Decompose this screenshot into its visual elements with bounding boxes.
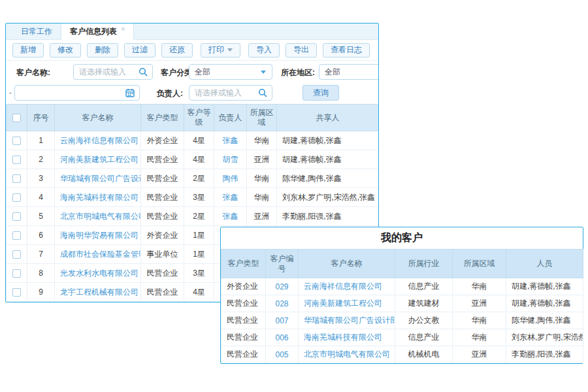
cell-people: 刘东林,罗广明,宋浩然,... <box>506 329 583 346</box>
row-checkbox[interactable] <box>12 269 21 278</box>
owner-link[interactable]: 张鑫 <box>223 212 238 221</box>
desktop: 日常工作 客户信息列表 × 新增 修改 删除 过滤 还原 打印 导入 导出 查看… <box>0 0 588 392</box>
row-select-cell <box>7 150 27 169</box>
row-checkbox[interactable] <box>12 193 21 202</box>
owner-field <box>189 85 272 101</box>
row-checkbox[interactable] <box>12 137 21 145</box>
customer-name-link[interactable]: 海南芜城科技有限公司 <box>304 333 382 342</box>
category-select[interactable]: 全部 <box>189 64 272 80</box>
delete-button[interactable]: 删除 <box>87 43 118 57</box>
print-button-label: 打印 <box>208 44 224 56</box>
table-header-row: 客户类型 客户编号 客户名称 所属行业 所属区域 人员 <box>221 250 583 278</box>
customer-name-link[interactable]: 海南明华贸易有限公司 <box>60 231 139 240</box>
customer-name-link[interactable]: 龙宇工程机械有限公司 <box>60 287 139 297</box>
cell-no: 9 <box>27 283 55 302</box>
restore-button[interactable]: 还原 <box>161 43 193 57</box>
table-row[interactable]: 民营企业007华瑞城有限公司广告设计部办公文教华南陈华健,陶伟,张鑫 <box>221 312 583 329</box>
table-row[interactable]: 4海南芜城科技有限公司民营企业3星张鑫华南刘东林,罗广明,宋浩然,张鑫 <box>7 188 379 207</box>
view-log-button[interactable]: 查看日志 <box>323 43 370 57</box>
table-row[interactable]: 3华瑞城有限公司广告设计部民营企业2星陶伟华南陈华健,陶伟,张鑫 <box>7 169 379 188</box>
customer-name-link[interactable]: 华瑞城有限公司广告设计部 <box>304 316 395 325</box>
customer-name-link[interactable]: 云南海祥信息有限公司 <box>304 282 382 291</box>
customer-name-link[interactable]: 北京市明城电气有限公司 <box>60 212 141 221</box>
table-row[interactable]: 1云南海祥信息有限公司外资企业4星张鑫华南胡建,蒋德帧,张鑫 <box>7 131 379 150</box>
col-header-code: 客户编号 <box>266 250 299 278</box>
tab-customer-list[interactable]: 客户信息列表 × <box>61 24 134 40</box>
row-checkbox[interactable] <box>12 174 21 183</box>
cell-people: 胡建,蒋德帧,张鑫 <box>506 295 583 312</box>
export-button[interactable]: 导出 <box>286 43 317 57</box>
table-row[interactable]: 民营企业006海南芜城科技有限公司信息产业华南刘东林,罗广明,宋浩然,... <box>221 329 583 346</box>
col-header-name: 客户名称 <box>299 250 395 278</box>
table-row[interactable]: 5北京市明城电气有限公司民营企业2星张鑫亚洲李勤丽,阳强,张鑫 <box>7 207 379 226</box>
import-button[interactable]: 导入 <box>248 43 280 57</box>
date-input[interactable] <box>15 86 139 100</box>
cell-no: 8 <box>27 264 55 283</box>
owner-link[interactable]: 张鑫 <box>223 193 238 202</box>
cell-name: 北京市明城电气有限公司 <box>55 207 141 226</box>
cell-code: 007 <box>266 312 299 329</box>
col-header-type: 客户类型 <box>141 105 184 131</box>
cell-owner: 陶伟 <box>214 169 247 188</box>
tab-daily-work[interactable]: 日常工作 <box>12 24 61 39</box>
customer-code-link[interactable]: 007 <box>275 316 288 325</box>
cell-owner: 张鑫 <box>214 131 247 150</box>
customer-code-link[interactable]: 028 <box>275 299 288 308</box>
select-all-checkbox[interactable] <box>12 114 21 122</box>
customer-name-link[interactable]: 成都市社会保险基金管理... <box>60 250 141 259</box>
region-select[interactable]: 全部 <box>319 64 379 80</box>
customer-name-link[interactable]: 河南美新建筑工程公司 <box>60 155 139 164</box>
cell-industry: 建筑建材 <box>395 295 453 312</box>
table-row[interactable]: 2河南美新建筑工程公司民营企业4星胡雪亚洲胡建,蒋德帧,张鑫 <box>7 150 379 169</box>
customer-name-link[interactable]: 光发水利水电有限公司 <box>60 269 139 278</box>
cell-people: 胡建,蒋德帧,张鑫 <box>506 278 583 295</box>
cell-name: 海南芜城科技有限公司 <box>299 329 395 346</box>
owner-link[interactable]: 陶伟 <box>223 174 238 183</box>
edit-button[interactable]: 修改 <box>50 43 81 57</box>
col-header-owner: 负责人 <box>214 105 247 131</box>
search-button[interactable]: 查询 <box>302 85 339 101</box>
customer-code-link[interactable]: 029 <box>275 282 288 291</box>
row-checkbox[interactable] <box>12 231 21 240</box>
cell-code: 006 <box>266 329 299 346</box>
cell-industry: 机械机电 <box>395 346 453 363</box>
cell-shared: 李勤丽,阳强,张鑫 <box>277 207 379 226</box>
print-button[interactable]: 打印 <box>201 43 240 57</box>
cell-name: 河南美新建筑工程公司 <box>299 295 395 312</box>
my-customers-title: 我的客户 <box>221 227 583 249</box>
customer-name-link[interactable]: 河南美新建筑工程公司 <box>304 299 382 308</box>
cell-name: 海南明华贸易有限公司 <box>55 226 141 245</box>
owner-link[interactable]: 胡雪 <box>223 155 238 164</box>
table-row[interactable]: 民营企业005北京市明城电气有限公司机械机电亚洲李勤丽,阳强,张鑫 <box>221 346 583 363</box>
calendar-icon[interactable] <box>125 88 135 99</box>
cell-no: 4 <box>27 188 55 207</box>
close-icon[interactable]: × <box>121 25 125 33</box>
customer-code-link[interactable]: 006 <box>275 333 288 342</box>
customer-code-link[interactable]: 005 <box>275 350 288 359</box>
row-checkbox[interactable] <box>12 250 21 259</box>
table-row[interactable]: 民营企业028河南美新建筑工程公司建筑建材亚洲胡建,蒋德帧,张鑫 <box>221 295 583 312</box>
customer-name-link[interactable]: 北京市明城电气有限公司 <box>304 350 390 359</box>
region-value: 全部 <box>325 67 340 78</box>
cell-grade: 4星 <box>184 283 214 302</box>
search-icon[interactable] <box>258 88 267 99</box>
owner-link[interactable]: 张鑫 <box>223 136 238 145</box>
cell-code: 029 <box>266 278 299 295</box>
filter-button[interactable]: 过滤 <box>124 43 155 57</box>
customer-name-link[interactable]: 华瑞城有限公司广告设计部 <box>60 174 141 183</box>
col-header-no: 序号 <box>27 105 55 131</box>
row-checkbox[interactable] <box>12 288 21 297</box>
cell-shared: 胡建,蒋德帧,张鑫 <box>277 150 379 169</box>
customer-name-link[interactable]: 海南芜城科技有限公司 <box>60 193 139 202</box>
row-checkbox[interactable] <box>12 155 21 164</box>
search-icon[interactable] <box>139 67 148 78</box>
table-row[interactable]: 外资企业029云南海祥信息有限公司信息产业华南胡建,蒋德帧,张鑫 <box>221 278 583 295</box>
customer-name-link[interactable]: 云南海祥信息有限公司 <box>60 136 139 145</box>
row-checkbox[interactable] <box>12 212 21 221</box>
cell-region: 亚洲 <box>247 207 277 226</box>
row-select-cell <box>7 207 27 226</box>
add-button[interactable]: 新增 <box>12 43 44 57</box>
cell-region: 华南 <box>453 329 506 346</box>
my-customers-window: 我的客户 客户类型 客户编号 客户名称 所属行业 所属区域 人员 外资企业029… <box>220 227 583 364</box>
cell-industry: 信息产业 <box>395 278 453 295</box>
